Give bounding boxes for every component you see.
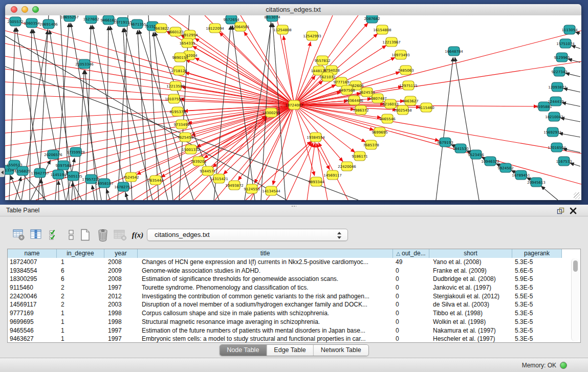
network-node-label: 1244419 bbox=[548, 100, 563, 104]
column-header-short[interactable]: short bbox=[429, 249, 512, 258]
table-row[interactable]: 911546021997Tourette syndrome. Phenomeno… bbox=[8, 283, 580, 292]
table-cell: 9699695 bbox=[8, 318, 57, 326]
network-node-label: 8195372 bbox=[169, 110, 185, 114]
table-settings-button[interactable] bbox=[11, 227, 27, 243]
network-node-label: 12213967 bbox=[382, 40, 401, 45]
network-node-label: 7839201 bbox=[190, 160, 206, 164]
tab-node-table[interactable]: Node Table bbox=[220, 345, 266, 356]
close-window-button[interactable] bbox=[11, 6, 17, 13]
table-cell: 5.9E-5 bbox=[512, 275, 562, 283]
network-node-label: 9733491 bbox=[173, 123, 189, 127]
table-panel-title: Table Panel bbox=[6, 207, 39, 214]
table-row[interactable]: 1456911722003Disruption of a novel membe… bbox=[8, 300, 580, 309]
table-row[interactable]: 1830029562008Estimation of significance … bbox=[8, 275, 580, 283]
table-toolbar: f(x) citations_edges.txt bbox=[0, 227, 588, 245]
collapse-panel-arrow-icon[interactable] bbox=[0, 168, 5, 177]
table-row[interactable]: 969969511998Structural magnetic resonanc… bbox=[8, 318, 580, 326]
network-node-label: 10025458 bbox=[394, 108, 412, 113]
resize-grip-icon[interactable] bbox=[574, 192, 580, 199]
network-node-label: 20364486 bbox=[345, 99, 363, 103]
table-row[interactable]: 977716911998Corpus callosum shape and si… bbox=[8, 309, 580, 318]
table-cell: 49 bbox=[393, 258, 429, 267]
trash-icon bbox=[96, 228, 110, 242]
table-cell: 5.3E-5 bbox=[512, 300, 562, 309]
zoom-window-button[interactable] bbox=[32, 6, 39, 13]
network-nodes[interactable]: 2305572936035420691406106552571527602946… bbox=[5, 15, 578, 195]
network-node-label: 7663822 bbox=[153, 27, 169, 31]
window-controls bbox=[11, 6, 39, 13]
network-canvas-svg[interactable]: 2305572936035420691406106552571527602946… bbox=[5, 15, 581, 200]
network-node-label: 7524542 bbox=[123, 176, 139, 180]
table-cell: Yano et al. (2008) bbox=[429, 258, 512, 267]
delete-column-button[interactable] bbox=[95, 227, 111, 243]
table-cell: Genome-wide association studies in ADHD. bbox=[138, 267, 393, 275]
network-window-title: citations_edges.txt bbox=[5, 4, 581, 15]
network-node-label: 8813074 bbox=[264, 15, 280, 19]
row-selection-button[interactable] bbox=[47, 227, 62, 243]
table-row[interactable]: 1872400712008Changes of HCN gene express… bbox=[8, 258, 580, 267]
network-node-label: 10107553 bbox=[165, 97, 183, 101]
table-cell: 1997 bbox=[104, 335, 138, 343]
delete-table-button[interactable] bbox=[113, 227, 128, 243]
table-cell: 5.6E-5 bbox=[512, 267, 562, 275]
network-node-label: 1113054 bbox=[561, 28, 578, 32]
network-node-label: 9523456 bbox=[468, 153, 484, 157]
tab-network-table[interactable]: Network Table bbox=[313, 345, 368, 356]
table-cell: 0 bbox=[393, 300, 429, 309]
network-node-label: 20691406 bbox=[39, 23, 58, 27]
column-header-out_de[interactable]: △out_de... bbox=[393, 249, 429, 258]
column-header-name[interactable]: name bbox=[8, 249, 57, 258]
table-cell: Wolkin et al. (1998) bbox=[429, 318, 512, 326]
sort-ascending-icon: △ bbox=[396, 251, 400, 256]
network-node-label: 12213589 bbox=[166, 84, 185, 89]
network-window-titlebar[interactable]: citations_edges.txt bbox=[5, 4, 581, 16]
function-builder-button[interactable]: f(x) bbox=[130, 227, 145, 243]
network-node-label: 9777169 bbox=[333, 80, 349, 84]
column-visibility-button[interactable] bbox=[29, 227, 44, 243]
create-column-button[interactable] bbox=[78, 227, 93, 243]
network-node-label: 13505135 bbox=[64, 174, 82, 179]
memory-status-dot[interactable] bbox=[560, 362, 567, 369]
table-cell: 1997 bbox=[104, 326, 138, 335]
splitter-handle[interactable] bbox=[291, 205, 296, 207]
scrollbar-thumb[interactable] bbox=[573, 260, 578, 272]
float-panel-icon[interactable] bbox=[557, 207, 564, 214]
network-node-label: 6794028 bbox=[323, 69, 339, 73]
column-header-in_degree[interactable]: in_degree bbox=[57, 249, 104, 258]
delete-table-icon bbox=[113, 228, 127, 242]
table-cell: 0 bbox=[393, 292, 429, 301]
row-height-button[interactable] bbox=[63, 227, 79, 243]
table-select-dropdown[interactable]: citations_edges.txt bbox=[147, 229, 348, 241]
network-node-label: 9465546 bbox=[379, 117, 396, 121]
column-header-pagerank[interactable]: pagerank bbox=[512, 249, 562, 258]
table-row[interactable]: 1938455462009Genome-wide association stu… bbox=[8, 267, 580, 275]
table-cell: 1 bbox=[57, 309, 104, 318]
table-cell: 9777169 bbox=[8, 309, 57, 318]
network-node-label: 18300295 bbox=[262, 111, 280, 115]
network-node-label: 17957225 bbox=[82, 178, 100, 182]
table-row[interactable]: 946362711997Embryonic stem cells: a mode… bbox=[8, 335, 580, 343]
close-panel-icon[interactable] bbox=[570, 207, 577, 214]
tab-edge-table[interactable]: Edge Table bbox=[266, 345, 313, 356]
network-node-label: 15692971 bbox=[543, 130, 562, 135]
column-header-title[interactable]: title bbox=[138, 249, 393, 258]
network-view[interactable]: 2305572936035420691406106552571527602946… bbox=[5, 15, 581, 200]
network-node-label: 20945613 bbox=[527, 181, 546, 185]
table-row[interactable]: 946554611997Estimation of the future num… bbox=[8, 326, 580, 335]
table-cell: 0 bbox=[393, 318, 429, 326]
network-node-label: 1654331 bbox=[179, 41, 195, 46]
network-node-label: 8679193 bbox=[437, 141, 453, 145]
vertical-scrollbar[interactable] bbox=[571, 258, 579, 341]
table-cell: 5.5E-5 bbox=[512, 292, 562, 301]
network-node-label: 16958107 bbox=[95, 182, 114, 186]
network-node-label: 9572654 bbox=[223, 18, 239, 22]
table-cell: Tourette syndrome. Phenomenology and cla… bbox=[138, 283, 393, 292]
network-node-label: 1621072 bbox=[319, 75, 335, 79]
network-node-label: 21053346 bbox=[75, 62, 94, 67]
table-cell: de Silva et al. (2003) bbox=[429, 300, 512, 309]
minimize-window-button[interactable] bbox=[21, 6, 28, 13]
column-header-year[interactable]: year bbox=[104, 249, 138, 258]
table-cell: 2009 bbox=[104, 267, 138, 275]
memory-status-label: Memory: OK bbox=[522, 362, 556, 369]
table-row[interactable]: 2242004622012Investigating the contribut… bbox=[8, 292, 580, 301]
